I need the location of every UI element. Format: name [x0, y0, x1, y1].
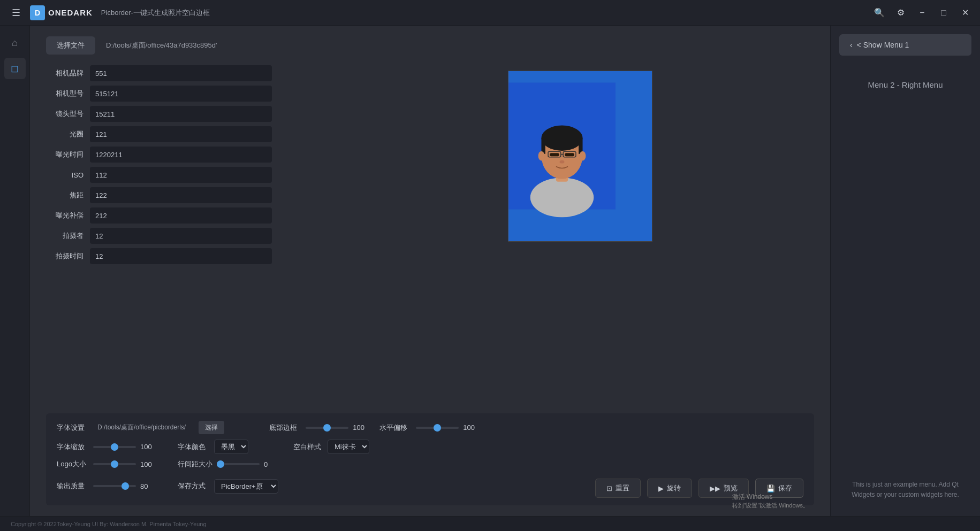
content-area: 选择文件 D:/tools/桌面/office/43a7d933c895d' 相… — [30, 26, 980, 516]
footer: Copyright © 2022Tokey-Yeung UI By: Wande… — [0, 516, 980, 531]
preview-column — [346, 65, 814, 402]
line-spacing-label: 行间距大小 — [178, 459, 212, 469]
sidebar: ⌂ ◻ — [0, 26, 30, 516]
logo-size-label: Logo大小 — [57, 459, 89, 469]
sliders-row: 字体缩放 100 字体颜色 墨黑 白色 灰色 空白样式 — [57, 440, 803, 454]
menu-hamburger-button[interactable]: ☰ — [6, 3, 26, 22]
save-method-select[interactable]: PicBorder+原 仅PicBorder 覆盖原图 — [214, 479, 278, 494]
logo-size-value: 100 — [140, 460, 156, 468]
bottom-border-value: 100 — [353, 424, 369, 432]
white-style-label: 空白样式 — [293, 442, 321, 452]
two-column-layout: 相机品牌 相机型号 镜头型号 光圈 — [46, 65, 814, 402]
aperture-input[interactable] — [90, 126, 272, 142]
hamburger-icon: ☰ — [12, 7, 20, 19]
font-path-display: D:/tools/桌面/office/picborderls/ — [97, 423, 186, 432]
right-sidebar: ‹ < Show Menu 1 Menu 2 - Right Menu This… — [830, 26, 980, 516]
logo-icon: D — [30, 5, 45, 20]
action-buttons: ⊡ 重置 ▶ 旋转 ▶▶ 预览 💾 保存 — [595, 479, 803, 498]
exposure-comp-label: 曝光补偿 — [46, 211, 83, 220]
font-path-row: 字体设置 D:/tools/桌面/office/picborderls/ 选择 … — [57, 421, 803, 434]
field-row-camera-brand: 相机品牌 — [46, 65, 324, 81]
select-file-button[interactable]: 选择文件 — [46, 36, 95, 55]
reset-icon: ⊡ — [606, 484, 612, 492]
field-row-camera-model: 相机型号 — [46, 86, 324, 102]
lens-model-input[interactable] — [90, 106, 272, 122]
field-row-photo-time: 拍摄时间 — [46, 248, 324, 264]
field-row-lens-model: 镜头型号 — [46, 106, 324, 122]
main-layout: ⌂ ◻ 选择文件 D:/tools/桌面/office/43a7d933c895… — [0, 26, 980, 516]
iso-input[interactable] — [90, 167, 272, 183]
logo-letter: D — [35, 9, 40, 17]
iso-label: ISO — [46, 171, 83, 179]
close-button[interactable]: ✕ — [956, 4, 974, 21]
show-menu-button[interactable]: ‹ < Show Menu 1 — [839, 34, 971, 56]
horizontal-offset-value: 100 — [463, 424, 479, 432]
white-style-group: 空白样式 Mi徕卡 标准 自定义 — [293, 440, 369, 454]
preview-icon: ▶▶ — [710, 484, 720, 492]
focal-length-label: 焦距 — [46, 190, 83, 200]
logo-text: ONEDARK — [48, 8, 93, 17]
output-quality-value: 80 — [140, 482, 156, 490]
chevron-left-icon: ‹ — [850, 41, 853, 49]
font-color-select[interactable]: 墨黑 白色 灰色 — [214, 440, 248, 454]
camera-model-input[interactable] — [90, 86, 272, 102]
exposure-input[interactable] — [90, 147, 272, 163]
svg-point-1 — [530, 178, 594, 217]
font-color-group: 字体颜色 墨黑 白色 灰色 — [178, 440, 248, 454]
sidebar-item-document[interactable]: ◻ — [4, 58, 26, 79]
photo-time-label: 拍摄时间 — [46, 251, 83, 261]
maximize-button[interactable]: □ — [935, 4, 952, 21]
exposure-comp-input[interactable] — [90, 207, 272, 224]
font-scale-label: 字体缩放 — [57, 442, 89, 452]
output-quality-group: 输出质量 80 — [57, 481, 156, 491]
output-quality-slider[interactable] — [93, 485, 136, 487]
svg-rect-9 — [550, 153, 559, 156]
bottom-border-slider[interactable] — [306, 427, 348, 429]
focal-length-input[interactable] — [90, 187, 272, 203]
right-menu-description: This is just an example menu. Add Qt Wid… — [831, 474, 980, 505]
rotate-icon: ▶ — [658, 484, 664, 492]
aperture-label: 光圈 — [46, 129, 83, 139]
line-spacing-group: 行间距大小 0 — [178, 459, 280, 469]
font-scale-group: 字体缩放 100 — [57, 442, 156, 452]
minimize-button[interactable]: − — [914, 4, 931, 21]
save-button[interactable]: 💾 保存 — [755, 479, 803, 498]
camera-brand-input[interactable] — [90, 65, 272, 81]
sidebar-item-home[interactable]: ⌂ — [4, 32, 26, 53]
window-controls: 🔍 ⚙ − □ ✕ — [871, 4, 974, 21]
field-row-iso: ISO — [46, 167, 324, 183]
reset-button[interactable]: ⊡ 重置 — [595, 479, 641, 498]
photographer-label: 拍摄者 — [46, 231, 83, 241]
preview-button[interactable]: ▶▶ 预览 — [698, 479, 749, 498]
logo-size-group: Logo大小 100 — [57, 459, 156, 469]
horizontal-offset-group: 水平偏移 100 — [379, 423, 479, 433]
logo-row: Logo大小 100 行间距大小 0 — [57, 459, 803, 469]
fields-column: 相机品牌 相机型号 镜头型号 光圈 — [46, 65, 324, 402]
field-row-aperture: 光圈 — [46, 126, 324, 142]
font-scale-slider[interactable] — [93, 446, 136, 448]
font-choose-button[interactable]: 选择 — [199, 421, 224, 434]
settings-button[interactable]: ⚙ — [892, 4, 909, 21]
bottom-border-label: 底部边框 — [269, 423, 301, 433]
horizontal-offset-label: 水平偏移 — [379, 423, 412, 433]
save-method-group: 保存方式 PicBorder+原 仅PicBorder 覆盖原图 — [178, 479, 278, 494]
output-quality-label: 输出质量 — [57, 481, 89, 491]
photographer-input[interactable] — [90, 228, 272, 244]
photo-time-input[interactable] — [90, 248, 272, 264]
preview-person-svg — [508, 71, 616, 221]
svg-rect-10 — [565, 153, 574, 156]
camera-brand-label: 相机品牌 — [46, 68, 83, 78]
line-spacing-slider[interactable] — [217, 463, 260, 465]
rotate-button[interactable]: ▶ 旋转 — [647, 479, 692, 498]
app-logo: D ONEDARK — [30, 5, 93, 20]
footer-text: Copyright © 2022Tokey-Yeung UI By: Wande… — [11, 521, 207, 527]
preview-image-container — [508, 71, 652, 242]
horizontal-offset-slider[interactable] — [416, 427, 459, 429]
lens-model-label: 镜头型号 — [46, 109, 83, 119]
white-style-select[interactable]: Mi徕卡 标准 自定义 — [328, 440, 369, 454]
logo-size-slider[interactable] — [93, 463, 136, 465]
main-panel: 选择文件 D:/tools/桌面/office/43a7d933c895d' 相… — [30, 26, 830, 516]
bottom-border-group: 底部边框 100 — [269, 423, 369, 433]
search-button[interactable]: 🔍 — [871, 4, 888, 21]
svg-point-14 — [559, 160, 564, 164]
